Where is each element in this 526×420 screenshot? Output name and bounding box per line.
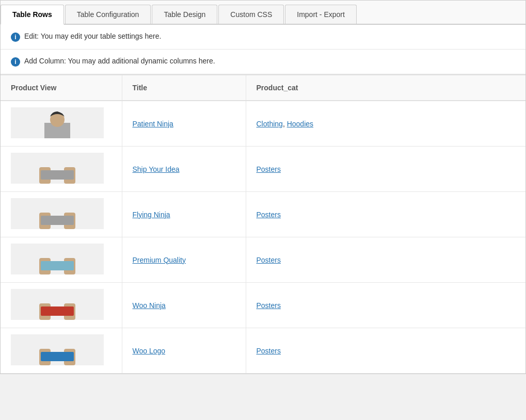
table-row: Ship Your IdeaPosters <box>1 147 525 192</box>
col-header-product-cat: Product_cat <box>246 75 525 101</box>
page-wrapper: Table Rows Table Configuration Table Des… <box>0 0 526 374</box>
title-cell[interactable]: Premium Quality <box>122 237 246 283</box>
title-cell[interactable]: Woo Ninja <box>122 283 246 328</box>
info-icon-edit: i <box>11 33 20 42</box>
category-cell: Posters <box>246 192 525 237</box>
product-view-cell <box>1 192 122 237</box>
title-cell[interactable]: Woo Logo <box>122 328 246 374</box>
product-view-cell <box>1 283 122 328</box>
notice-edit: i Edit: You may edit your table settings… <box>1 25 525 50</box>
category-link[interactable]: Posters <box>257 211 281 219</box>
tabs-bar: Table Rows Table Configuration Table Des… <box>1 1 525 25</box>
product-title-link[interactable]: Woo Logo <box>133 347 166 355</box>
svg-rect-6 <box>41 170 74 180</box>
table-row: Premium QualityPosters <box>1 237 525 283</box>
product-title-link[interactable]: Ship Your Idea <box>133 165 180 173</box>
title-cell[interactable]: Ship Your Idea <box>122 147 246 192</box>
category-cell: Posters <box>246 328 525 374</box>
table-row: Woo LogoPosters <box>1 328 525 374</box>
product-title-link[interactable]: Premium Quality <box>133 256 186 264</box>
col-header-product-view: Product View <box>1 75 122 101</box>
notice-area: i Edit: You may edit your table settings… <box>1 25 525 74</box>
product-view-cell <box>1 101 122 147</box>
table-header-row: Product View Title Product_cat <box>1 75 525 101</box>
products-table: Product View Title Product_cat Patient N… <box>1 74 525 374</box>
svg-rect-18 <box>41 306 74 316</box>
category-link[interactable]: Hoodies <box>287 120 313 128</box>
title-cell[interactable]: Flying Ninja <box>122 192 246 237</box>
table-row: Patient NinjaClothing, Hoodies <box>1 101 525 147</box>
notice-add-column: i Add Column: You may add aditional dyna… <box>1 50 525 74</box>
category-link[interactable]: Posters <box>257 256 281 264</box>
product-view-cell <box>1 147 122 192</box>
tab-table-configuration[interactable]: Table Configuration <box>65 5 151 24</box>
title-cell[interactable]: Patient Ninja <box>122 101 246 147</box>
product-title-link[interactable]: Woo Ninja <box>133 301 166 310</box>
tab-custom-css[interactable]: Custom CSS <box>218 5 284 24</box>
tab-import-export[interactable]: Import - Export <box>285 5 357 24</box>
table-wrapper: Product View Title Product_cat Patient N… <box>1 74 525 374</box>
col-header-title: Title <box>122 75 246 101</box>
tab-table-design[interactable]: Table Design <box>152 5 217 24</box>
product-view-cell <box>1 328 122 374</box>
svg-rect-14 <box>41 261 74 270</box>
category-cell: Posters <box>246 283 525 328</box>
info-icon-add-column: i <box>11 57 20 67</box>
svg-rect-22 <box>41 352 74 361</box>
tab-table-rows[interactable]: Table Rows <box>1 5 64 25</box>
notice-edit-text: Edit: You may edit your table settings h… <box>24 32 161 40</box>
category-cell: Posters <box>246 147 525 192</box>
product-title-link[interactable]: Flying Ninja <box>133 211 170 219</box>
category-link[interactable]: Posters <box>257 347 281 355</box>
category-link[interactable]: Clothing <box>257 120 283 128</box>
table-row: Woo NinjaPosters <box>1 283 525 328</box>
product-title-link[interactable]: Patient Ninja <box>133 120 173 128</box>
svg-rect-10 <box>41 216 74 225</box>
table-row: Flying NinjaPosters <box>1 192 525 237</box>
category-cell: Clothing, Hoodies <box>246 101 525 147</box>
category-cell: Posters <box>246 237 525 283</box>
category-link[interactable]: Posters <box>257 165 281 173</box>
category-link[interactable]: Posters <box>257 301 281 310</box>
notice-add-column-text: Add Column: You may add aditional dynami… <box>24 57 215 65</box>
product-view-cell <box>1 237 122 283</box>
